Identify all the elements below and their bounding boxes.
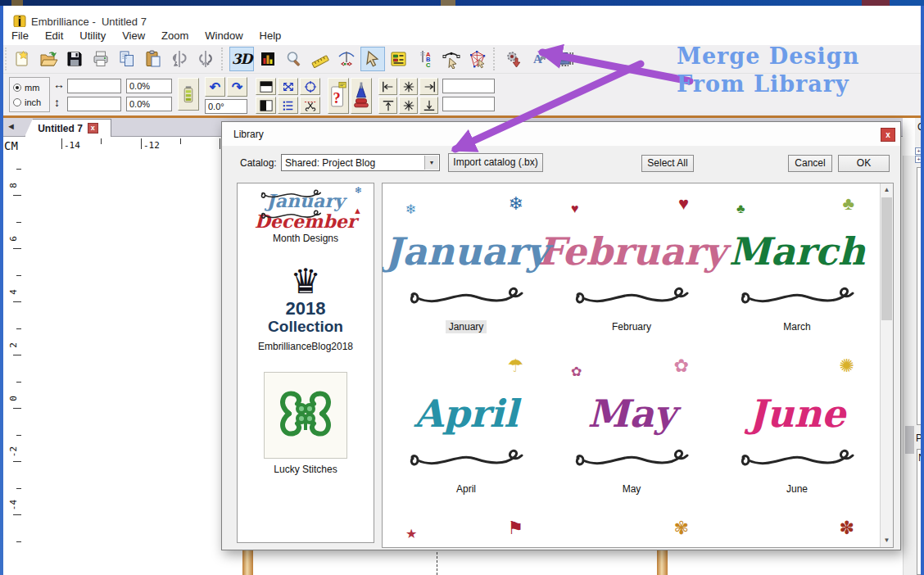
design-grid[interactable]: ✽September✾August⚑★July✺JuneJune✿✿MayMay… [382, 183, 894, 548]
lettering-button[interactable]: ABC [413, 47, 437, 71]
height-input[interactable] [67, 97, 121, 111]
menu-utility[interactable]: Utility [71, 27, 114, 44]
menu-help[interactable]: Help [251, 27, 290, 44]
width-input[interactable] [67, 79, 121, 93]
swirl-flourish [405, 449, 528, 470]
align-center-h-button[interactable] [399, 78, 418, 95]
trim-stitches-button[interactable] [300, 97, 320, 114]
new-document-button[interactable] [10, 47, 34, 71]
unit-mm-radio[interactable]: mm [13, 80, 46, 95]
desktop-strip [0, 0, 924, 6]
flip-horizontal-button[interactable] [167, 47, 192, 71]
design-item-july[interactable]: ⚑★July [384, 514, 548, 548]
design-properties-button[interactable] [387, 47, 411, 71]
save-file-button[interactable] [62, 47, 87, 71]
flip-vertical-button[interactable] [193, 47, 218, 71]
save-file-icon [65, 49, 84, 69]
design-item-january[interactable]: ❄❄JanuaryJanuary [384, 190, 548, 350]
rotate-left-button[interactable]: ↶ [205, 77, 225, 97]
radio-dot-inch[interactable] [13, 98, 21, 106]
annotation-line1: Merge Design [677, 43, 859, 70]
dialog-close-button[interactable]: x [881, 128, 895, 142]
design-item-september[interactable]: ✽September [715, 514, 879, 548]
height-arrows-icon: ↕ [54, 96, 60, 109]
menu-file[interactable]: File [3, 27, 37, 44]
align-bottom-button[interactable] [419, 97, 438, 114]
menu-edit[interactable]: Edit [37, 27, 71, 44]
catalog-dropdown[interactable]: Shared: Project Blog ▼ [281, 154, 440, 171]
align-center-icon [401, 80, 416, 93]
radio-dot-mm[interactable] [13, 84, 21, 92]
import-catalog-button[interactable]: Import catalog (.bx) [448, 153, 543, 172]
copy-button[interactable] [115, 47, 139, 71]
tab-untitled-7[interactable]: Untitled 7 x [25, 119, 111, 137]
decor-icon: ★ [405, 526, 417, 541]
scroll-up-icon[interactable]: ▲ [881, 183, 893, 197]
scroll-down-icon[interactable]: ▼ [881, 534, 893, 547]
dialog-title-bar[interactable]: Library x [222, 122, 900, 146]
align-center-v-button[interactable] [399, 97, 418, 114]
grid-scroll-thumb[interactable] [881, 197, 892, 320]
fit-to-window-button[interactable] [278, 78, 298, 95]
select-all-button[interactable]: Select All [641, 155, 694, 172]
tab-close-icon[interactable]: x [88, 123, 98, 134]
design-notes-button[interactable]: ? [328, 78, 349, 114]
color-histogram-button[interactable] [256, 47, 280, 71]
ruler-label-h: -12 [143, 140, 160, 151]
zoom-extents-button[interactable] [300, 78, 320, 95]
design-item-march[interactable]: ♣♣MarchMarch [715, 190, 879, 350]
height-percent-input[interactable] [126, 97, 172, 111]
grid-scrollbar[interactable]: ▲ ▼ [880, 183, 893, 547]
merge-from-library-button[interactable] [501, 47, 526, 71]
stitch-list-button[interactable] [278, 97, 298, 114]
menu-zoom[interactable]: Zoom [153, 27, 197, 44]
menu-view[interactable]: View [114, 27, 153, 44]
aspect-lock-button[interactable] [178, 78, 199, 111]
print-button[interactable] [88, 47, 113, 71]
unit-inch-radio[interactable]: inch [13, 95, 46, 110]
ok-button[interactable]: OK [838, 155, 890, 172]
tab-scroll-left-button[interactable]: ◄ [7, 121, 16, 131]
align-top-button[interactable] [378, 97, 397, 114]
merge-lettering-button[interactable]: A [528, 47, 552, 71]
desktop-fragment [441, 0, 455, 6]
stitch-simulator-button[interactable] [351, 78, 372, 114]
design-item-may[interactable]: ✿✿MayMay [550, 352, 713, 512]
paste-button[interactable] [141, 47, 165, 71]
send-to-machine-button[interactable] [554, 47, 578, 71]
rotation-input[interactable] [205, 99, 247, 114]
catalog-item-embrillianceblog2018[interactable]: ♛2018CollectionEmbrillianceBlog2018 [238, 256, 374, 364]
thumb-collection: Collection [238, 318, 374, 336]
catalog-item-month-designs[interactable]: January❄December▲Month Designs [238, 183, 374, 256]
menu-window[interactable]: Window [197, 27, 251, 44]
ruler-tick-major [220, 138, 220, 149]
node-edit-button[interactable] [439, 47, 464, 71]
open-file-button[interactable] [36, 47, 61, 71]
design-item-april[interactable]: ☂AprilApril [384, 352, 548, 512]
position-y-input[interactable] [442, 97, 495, 111]
toggle-background-button[interactable] [256, 78, 276, 95]
canvas-scroll-thumb[interactable] [905, 426, 914, 454]
measure-ruler-button[interactable] [308, 47, 333, 71]
position-x-input[interactable] [442, 79, 495, 93]
catalog-item-lucky-stitches[interactable]: Lucky Stitches [238, 364, 374, 487]
dropdown-arrow-icon[interactable]: ▼ [424, 156, 438, 170]
flip-vertical-icon [196, 49, 215, 69]
3d-view-button[interactable]: 3D [229, 47, 254, 71]
design-item-february[interactable]: ♥♥FebruaryFebruary [550, 190, 713, 350]
select-pointer-button[interactable] [360, 47, 385, 71]
design-item-june[interactable]: ✺JuneJune [715, 352, 879, 512]
contrast-view-button[interactable] [256, 97, 276, 114]
design-item-august[interactable]: ✾August [550, 514, 713, 548]
align-left-button[interactable] [378, 78, 397, 95]
cancel-button[interactable]: Cancel [788, 155, 832, 172]
catalog-list[interactable]: January❄December▲Month Designs♛2018Colle… [237, 183, 374, 543]
stitch-mesh-button[interactable] [465, 47, 490, 71]
width-percent-input[interactable] [126, 79, 172, 93]
zoom-tool-button[interactable] [282, 47, 306, 71]
canvas-vertical-scrollbar[interactable] [903, 156, 915, 575]
align-right-button[interactable] [419, 78, 438, 95]
stitch-density-button[interactable] [334, 47, 359, 71]
rotate-right-button[interactable]: ↷ [227, 77, 247, 97]
thumb-year: 2018 [238, 300, 374, 318]
